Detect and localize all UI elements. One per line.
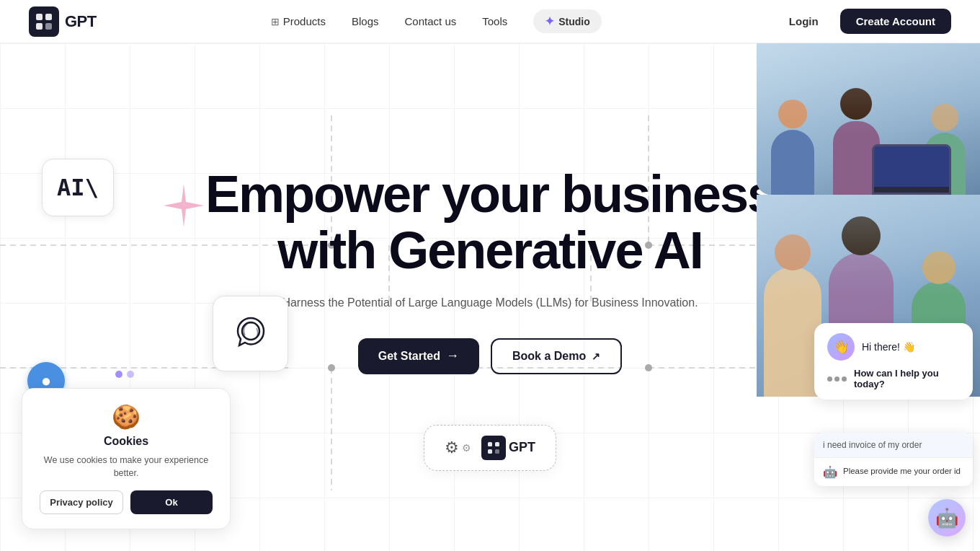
external-link-icon: ↗ (592, 351, 600, 362)
svg-rect-2 (36, 23, 43, 30)
nav-tools[interactable]: Tools (482, 15, 507, 27)
cookie-actions: Privacy policy Ok (40, 490, 213, 514)
chatbot-fab[interactable]: 🤖 (928, 499, 966, 537)
invoice-user-message: i need invoice of my order (814, 433, 973, 458)
svg-rect-21 (488, 449, 492, 454)
gpt-brand-logo: GPT (481, 436, 535, 460)
studio-star-icon: ✦ (545, 14, 554, 28)
openai-logo-card (213, 296, 288, 371)
nav-products[interactable]: ⊞ Products (271, 15, 326, 27)
cookie-banner: 🍪 Cookies We use cookies to make your ex… (22, 388, 231, 530)
gear-icon-2: ⚙ (462, 442, 471, 454)
invoice-reply-text: Please provide me your order id (843, 465, 961, 477)
nav-contact[interactable]: Contact us (405, 15, 457, 27)
hero-section: AI\ Empower your business with Generativ… (0, 43, 980, 551)
cookie-icon: 🍪 (40, 403, 213, 431)
login-button[interactable]: Login (776, 9, 832, 33)
create-account-button[interactable]: Create Account (840, 9, 951, 34)
ai-text: AI\ (57, 174, 99, 201)
svg-rect-20 (495, 442, 499, 446)
logo-box (29, 6, 59, 37)
dot-1 (115, 371, 122, 378)
ai-logo-card: AI\ (42, 159, 114, 216)
how-can-row: How can I help you today? (827, 368, 960, 389)
gpt-logo-box: ⚙ ⚙ GPT (424, 425, 556, 471)
gear-icon-1: ⚙ (445, 438, 459, 457)
book-demo-button[interactable]: Book a Demo ↗ (491, 338, 622, 374)
robot-icon: 🤖 (823, 465, 837, 479)
cookie-title: Cookies (40, 435, 213, 448)
cookie-description: We use cookies to make your experience b… (40, 454, 213, 481)
nav-links: ⊞ Products Blogs Contact us Tools ✦ Stud… (271, 9, 602, 33)
svg-rect-1 (45, 14, 52, 20)
svg-rect-3 (45, 23, 52, 30)
get-started-button[interactable]: Get Started → (358, 338, 479, 374)
invoice-chat-bubble: i need invoice of my order 🤖 Please prov… (814, 433, 973, 486)
how-can-text: How can I help you today? (854, 368, 960, 389)
gear-icons: ⚙ ⚙ (445, 438, 471, 457)
center-logo-widget: ⚙ ⚙ GPT (424, 425, 556, 471)
gpt-brand-text: GPT (509, 440, 535, 455)
logo-link[interactable]: GPT (29, 6, 97, 37)
ok-button[interactable]: Ok (130, 490, 213, 514)
people-photo-top (757, 43, 980, 195)
hi-row: 👋 Hi there! 👋 (827, 333, 960, 361)
svg-rect-19 (488, 442, 492, 446)
hi-there-bubble: 👋 Hi there! 👋 How can I help you today? (814, 323, 973, 400)
people-illustration (757, 43, 980, 195)
logo-text: GPT (65, 12, 97, 31)
gpt-brand-box (481, 436, 506, 460)
navbar: GPT ⊞ Products Blogs Contact us Tools (0, 0, 980, 43)
chatbot-robot-icon: 🤖 (935, 507, 958, 529)
hero-subtitle: Harness the Potential of Large Language … (205, 294, 775, 312)
svg-rect-22 (495, 449, 499, 454)
nav-actions: Login Create Account (776, 9, 951, 34)
studio-button[interactable]: ✦ Studio (533, 9, 602, 33)
dot-a (827, 376, 832, 382)
nav-blogs[interactable]: Blogs (352, 15, 379, 27)
hi-text: Hi there! 👋 (862, 341, 915, 353)
hero-cta-buttons: Get Started → Book a Demo ↗ (205, 338, 775, 374)
dot-c (842, 376, 847, 382)
grid-icon: ⊞ (271, 16, 280, 27)
dot-b (834, 376, 839, 382)
hi-avatar: 👋 (827, 333, 855, 361)
typing-dots (827, 376, 847, 382)
invoice-bot-reply: 🤖 Please provide me your order id (814, 458, 973, 486)
star-decoration (159, 180, 209, 239)
dot-2 (127, 371, 134, 378)
hero-title: Empower your business with Generative AI (205, 167, 775, 279)
privacy-policy-button[interactable]: Privacy policy (40, 490, 123, 514)
mini-dots-decoration (115, 371, 134, 378)
arrow-right-icon: → (446, 348, 459, 363)
svg-rect-0 (36, 14, 43, 20)
